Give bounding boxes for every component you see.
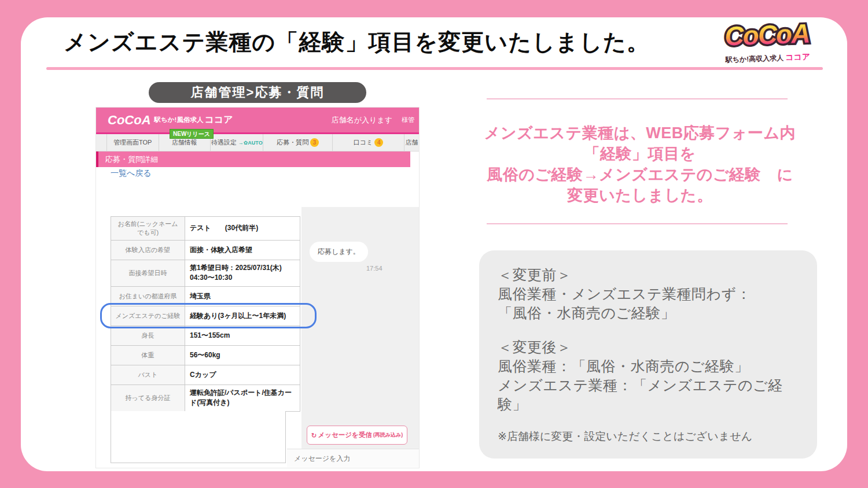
- row-value: テスト (30代前半): [185, 217, 300, 240]
- admin-screenshot: CoCoA 駅ちか!風俗求人 ココア 店舗名が入ります 様管 NEWリリース 管…: [95, 107, 420, 468]
- announcement-line: 風俗のご経験→メンズエステのご経験 に: [466, 164, 814, 185]
- announcement-rule-bottom: [487, 223, 788, 224]
- notification-badge: 3: [310, 138, 319, 147]
- table-row: 身長151〜155cm: [111, 326, 300, 346]
- row-label: 面接希望日時: [111, 260, 185, 286]
- admin-header: CoCoA 駅ちか!風俗求人 ココア 店舗名が入ります 様管: [96, 108, 419, 132]
- row-value: 56〜60kg: [185, 346, 300, 365]
- chat-panel: 応募します。 17:54 ↻ メッセージを受信 (再読み込み): [301, 207, 419, 449]
- notification-badge: 4: [374, 138, 383, 147]
- shop-name-placeholder: 店舗名が入ります: [332, 115, 392, 125]
- announcement-card: メンズエステ業種の「経験」項目を変更いたしました。 CoCoA CoCoA Co…: [21, 17, 847, 471]
- admin-tab[interactable]: 管理画面TOP: [106, 134, 159, 151]
- chat-timestamp: 17:54: [366, 265, 382, 272]
- chat-bubble: 応募します。: [310, 242, 368, 262]
- change-line: メンズエステ業種：「メンズエステのご経験」: [498, 376, 799, 414]
- row-value: 運転免許証/パスポート/住基カード(写真付き): [185, 385, 300, 411]
- change-box-spacer: [498, 323, 799, 338]
- admin-tab[interactable]: 口コミ4: [332, 134, 404, 151]
- admin-tab-label: 待遇設定: [211, 138, 237, 147]
- row-label: バスト: [111, 365, 185, 385]
- back-to-list-link[interactable]: 一覧へ戻る: [111, 168, 152, 179]
- row-label: 持ってる身分証: [111, 385, 185, 411]
- table-row: 体重56〜60kg: [111, 346, 300, 365]
- announcement-line: 「経験」項目を: [466, 143, 814, 164]
- refresh-icon: ↻: [311, 431, 317, 439]
- cocoa-logo-icon: CoCoA CoCoA CoCoA: [704, 15, 830, 54]
- admin-brand-tagline: 駅ちか!風俗求人: [155, 116, 204, 124]
- admin-tab-label: 応募・質問: [277, 138, 308, 147]
- admin-tab-label: 管理画面TOP: [113, 138, 152, 147]
- admin-brand-logo: CoCoA: [108, 113, 151, 128]
- row-value: 面接・体験入店希望: [185, 241, 300, 260]
- change-line: 「風俗・水商売のご経験」: [498, 304, 799, 323]
- shop-name-suffix: 様管: [402, 116, 414, 124]
- change-after-title: ＜変更後＞: [498, 338, 799, 357]
- row-label: 身長: [111, 326, 185, 345]
- change-before-lines: 風俗業種・メンズエステ業種問わず：「風俗・水商売のご経験」: [498, 284, 799, 323]
- row-value: 151〜155cm: [185, 326, 300, 345]
- table-row: 面接希望日時第1希望日時：2025/07/31(木) 04:30〜10:30: [111, 260, 300, 287]
- admin-tab-label: 店舗情報: [172, 138, 197, 147]
- row-label: 体験入店の希望: [111, 241, 185, 260]
- change-after-lines: 風俗業種：「風俗・水商売のご経験」メンズエステ業種：「メンズエステのご経験」: [498, 357, 799, 414]
- admin-tab[interactable]: 応募・質問3: [263, 134, 332, 151]
- new-release-badge: NEWリリース: [170, 129, 214, 139]
- admin-tab[interactable]: 店舗: [404, 134, 419, 151]
- page-title: メンズエステ業種の「経験」項目を変更いたしました。: [64, 27, 650, 58]
- table-row: 持ってる身分証運転免許証/パスポート/住基カード(写真付き): [111, 385, 300, 412]
- section-title-bar: 応募・質問詳細: [96, 151, 410, 167]
- breadcrumb-badge: 店舗管理>応募・質問: [149, 82, 366, 103]
- table-row: お名前(ニックネームでも可)テスト (30代前半): [111, 217, 300, 241]
- announcement-rule-top: [487, 98, 788, 99]
- cocoa-logo: CoCoA CoCoA CoCoA 駅ちか!高収入求人ココア: [704, 15, 830, 72]
- change-note: ※店舗様に変更・設定いただくことはございません: [498, 427, 799, 446]
- announcement-line: 変更いたしました。: [466, 185, 814, 206]
- admin-tab-label: 店舗: [406, 138, 418, 147]
- admin-tab-label: 口コミ: [354, 138, 373, 147]
- receive-message-button[interactable]: ↻ メッセージを受信 (再読み込み): [307, 426, 407, 445]
- change-line: 風俗業種・メンズエステ業種問わず：: [498, 284, 799, 304]
- change-before-title: ＜変更前＞: [498, 265, 799, 284]
- message-input[interactable]: [287, 449, 419, 467]
- logo-katakana: ココア: [785, 51, 811, 61]
- table-row: 体験入店の希望面接・体験入店希望: [111, 241, 300, 260]
- admin-brand-katakana: ココア: [204, 114, 233, 126]
- announcement-line: メンズエステ業種は、WEB応募フォーム内: [466, 123, 814, 143]
- table-row: バストCカップ: [111, 365, 300, 385]
- change-box: ＜変更前＞ 風俗業種・メンズエステ業種問わず：「風俗・水商売のご経験」 ＜変更後…: [479, 250, 817, 459]
- table-footer-empty: [111, 411, 286, 463]
- row-label: 体重: [111, 346, 185, 365]
- row-value: 第1希望日時：2025/07/31(木) 04:30〜10:30: [185, 260, 300, 286]
- change-line: 風俗業種：「風俗・水商売のご経験」: [498, 357, 799, 376]
- announcement-text: メンズエステ業種は、WEB応募フォーム内「経験」項目を風俗のご経験→メンズエステ…: [466, 123, 814, 206]
- message-input-bar: [287, 449, 419, 467]
- auto-setting-icon: →✿AUTO: [238, 140, 263, 146]
- row-value: Cカップ: [185, 365, 300, 385]
- admin-tab-bar: NEWリリース 管理画面TOP店舗情報待遇設定→✿AUTO応募・質問3口コミ4店…: [96, 134, 419, 151]
- row-label: お名前(ニックネームでも可): [111, 217, 185, 240]
- admin-tab[interactable]: 待遇設定→✿AUTO: [210, 134, 263, 151]
- highlight-ring: [100, 303, 317, 328]
